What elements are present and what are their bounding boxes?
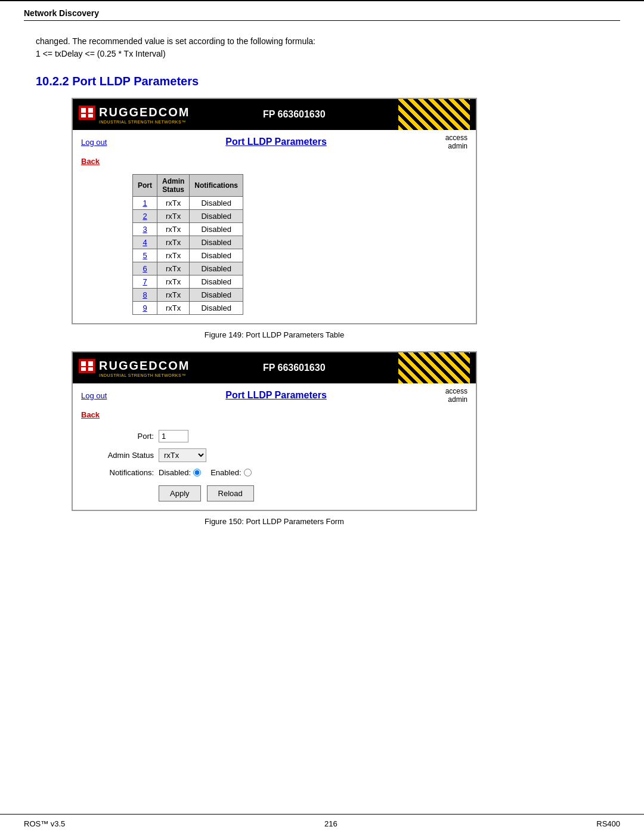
- port-link-6[interactable]: 6: [143, 264, 147, 273]
- logo-ruggedcom: RUGGEDCOM: [79, 106, 190, 120]
- svg-rect-3: [81, 114, 86, 117]
- panel-header-2: RUGGEDCOM INDUSTRIAL STRENGTH NETWORKS™ …: [73, 352, 476, 383]
- port-link-1[interactable]: 1: [143, 199, 147, 208]
- access-info-1: access admin: [445, 134, 467, 150]
- disabled-radio[interactable]: [193, 469, 201, 476]
- reload-button[interactable]: Reload: [207, 485, 254, 501]
- table-cell-port: 4: [133, 236, 157, 249]
- port-link-3[interactable]: 3: [143, 225, 147, 234]
- page-footer: ROS™ v3.5 216 RS400: [0, 814, 644, 833]
- table-cell-admin: rxTx: [157, 197, 190, 210]
- table-cell-admin: rxTx: [157, 249, 190, 262]
- svg-rect-2: [88, 108, 93, 113]
- table-cell-notifications: Disabled: [190, 249, 243, 262]
- table-row: 5rxTxDisabled: [133, 249, 243, 262]
- table-cell-port: 5: [133, 249, 157, 262]
- figure-1-caption: Figure 149: Port LLDP Parameters Table: [72, 330, 477, 339]
- enabled-radio-label: Enabled:: [210, 468, 241, 477]
- logo-subtitle: INDUSTRIAL STRENGTH NETWORKS™: [79, 120, 186, 124]
- svg-rect-1: [81, 108, 86, 113]
- panel-model-2: FP 663601630: [263, 363, 326, 373]
- panel-nav-2: Log out Port LLDP Parameters access admi…: [73, 383, 476, 407]
- figure-2-caption: Figure 150: Port LLDP Parameters Form: [72, 517, 477, 526]
- table-cell-notifications: Disabled: [190, 289, 243, 302]
- notifications-row: Notifications: Disabled: Enabled:: [81, 468, 467, 477]
- footer-right: RS400: [596, 819, 620, 828]
- table-cell-notifications: Disabled: [190, 236, 243, 249]
- page-title-2: Port LLDP Parameters: [225, 390, 327, 401]
- port-link-7[interactable]: 7: [143, 277, 147, 286]
- table-cell-port: 9: [133, 302, 157, 315]
- panel-model-1: FP 663601630: [263, 109, 326, 120]
- logout-link-2[interactable]: Log out: [81, 391, 107, 400]
- enabled-radio-item: Enabled:: [210, 468, 251, 477]
- table-cell-notifications: Disabled: [190, 223, 243, 236]
- logo-icon-2: [79, 359, 95, 373]
- back-area-1: Back: [73, 154, 476, 171]
- table-cell-port: 7: [133, 275, 157, 289]
- table-cell-admin: rxTx: [157, 289, 190, 302]
- footer-center: 216: [324, 819, 338, 828]
- table-cell-notifications: Disabled: [190, 302, 243, 315]
- port-link-2[interactable]: 2: [143, 212, 147, 221]
- panel-header-1: RUGGEDCOM INDUSTRIAL STRENGTH NETWORKS™ …: [73, 99, 476, 130]
- table-cell-port: 2: [133, 210, 157, 223]
- table-cell-admin: rxTx: [157, 262, 190, 275]
- back-area-2: Back: [73, 407, 476, 424]
- col-header-admin-status: AdminStatus: [157, 175, 190, 197]
- logout-link-1[interactable]: Log out: [81, 138, 107, 147]
- table-cell-admin: rxTx: [157, 275, 190, 289]
- disabled-radio-label: Disabled:: [159, 468, 191, 477]
- port-link-8[interactable]: 8: [143, 290, 147, 299]
- panel-stripe-2: [398, 352, 470, 383]
- apply-button[interactable]: Apply: [159, 485, 201, 501]
- admin-status-label: Admin Status: [81, 451, 159, 460]
- table-cell-port: 6: [133, 262, 157, 275]
- svg-rect-6: [81, 361, 86, 366]
- disabled-radio-item: Disabled:: [159, 468, 201, 477]
- table-cell-port: 1: [133, 197, 157, 210]
- table-row: 3rxTxDisabled: [133, 223, 243, 236]
- port-link-9[interactable]: 9: [143, 304, 147, 312]
- table-row: 8rxTxDisabled: [133, 289, 243, 302]
- logo-ruggedcom-2: RUGGEDCOM: [79, 359, 190, 373]
- port-input[interactable]: [159, 430, 188, 442]
- admin-status-select[interactable]: rxTxrxOnlytxOnlydisabled: [159, 448, 206, 462]
- svg-rect-9: [88, 367, 93, 371]
- panel-table: RUGGEDCOM INDUSTRIAL STRENGTH NETWORKS™ …: [72, 98, 477, 324]
- logo-area-2: RUGGEDCOM INDUSTRIAL STRENGTH NETWORKS™: [79, 359, 190, 377]
- table-row: 1rxTxDisabled: [133, 197, 243, 210]
- lldp-params-table: Port AdminStatus Notifications 1rxTxDisa…: [132, 174, 243, 315]
- panel-nav-1: Log out Port LLDP Parameters access admi…: [73, 130, 476, 154]
- intro-paragraph: changed. The recommended value is set ac…: [36, 35, 608, 60]
- table-row: 9rxTxDisabled: [133, 302, 243, 315]
- table-area: Port AdminStatus Notifications 1rxTxDisa…: [73, 171, 476, 323]
- table-cell-notifications: Disabled: [190, 275, 243, 289]
- port-link-5[interactable]: 5: [143, 251, 147, 260]
- table-cell-port: 8: [133, 289, 157, 302]
- svg-rect-4: [88, 114, 93, 117]
- table-cell-port: 3: [133, 223, 157, 236]
- svg-rect-8: [81, 367, 86, 371]
- table-cell-notifications: Disabled: [190, 197, 243, 210]
- admin-status-row: Admin Status rxTxrxOnlytxOnlydisabled: [81, 448, 467, 462]
- access-info-2: access admin: [445, 387, 467, 404]
- col-header-notifications: Notifications: [190, 175, 243, 197]
- col-header-port: Port: [133, 175, 157, 197]
- port-link-4[interactable]: 4: [143, 238, 147, 247]
- table-cell-notifications: Disabled: [190, 210, 243, 223]
- table-row: 6rxTxDisabled: [133, 262, 243, 275]
- section-title: Network Discovery: [24, 8, 99, 18]
- back-link-2[interactable]: Back: [81, 410, 100, 419]
- notifications-label: Notifications:: [81, 468, 159, 477]
- logo-area: RUGGEDCOM INDUSTRIAL STRENGTH NETWORKS™: [79, 106, 190, 124]
- table-row: 2rxTxDisabled: [133, 210, 243, 223]
- logo-icon: [79, 106, 95, 120]
- table-row: 7rxTxDisabled: [133, 275, 243, 289]
- table-cell-notifications: Disabled: [190, 262, 243, 275]
- enabled-radio[interactable]: [244, 469, 252, 476]
- table-cell-admin: rxTx: [157, 236, 190, 249]
- page-title-1: Port LLDP Parameters: [225, 137, 327, 147]
- table-row: 4rxTxDisabled: [133, 236, 243, 249]
- back-link-1[interactable]: Back: [81, 157, 100, 166]
